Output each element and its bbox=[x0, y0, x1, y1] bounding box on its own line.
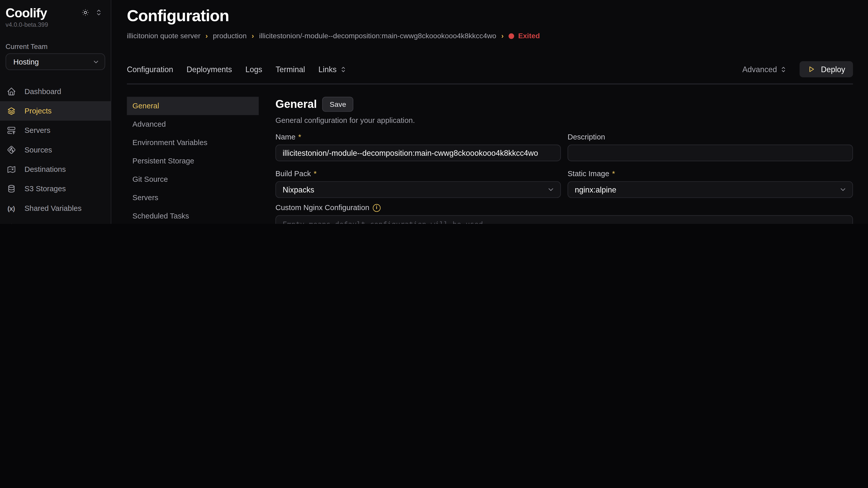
sidebar-item-label: Shared Variables bbox=[25, 204, 82, 213]
description-label: Description bbox=[567, 133, 853, 141]
chevron-right-icon: › bbox=[206, 32, 208, 40]
description-input[interactable] bbox=[567, 144, 853, 161]
chevron-up-down-icon bbox=[780, 65, 787, 73]
subnav-item-git-source[interactable]: Git Source bbox=[127, 170, 259, 188]
subnav-item-environment-variables[interactable]: Environment Variables bbox=[127, 133, 259, 152]
build-pack-value: Nixpacks bbox=[283, 185, 314, 194]
sidebar-item-notifications[interactable]: Notifications bbox=[0, 218, 111, 224]
sidebar-item-label: Destinations bbox=[25, 165, 66, 174]
breadcrumb-environment[interactable]: production bbox=[213, 32, 246, 40]
page-title: Configuration bbox=[127, 7, 853, 25]
tab-deployments[interactable]: Deployments bbox=[187, 65, 232, 74]
subnav-item-scheduled-tasks[interactable]: Scheduled Tasks bbox=[127, 207, 259, 224]
name-label: Name* bbox=[275, 133, 561, 141]
git-icon bbox=[6, 145, 16, 155]
server-icon bbox=[6, 125, 16, 135]
tabs-right-controls: Advanced Deploy bbox=[742, 61, 853, 77]
config-subnav: General Advanced Environment Variables P… bbox=[127, 97, 259, 224]
sidebar-item-dashboard[interactable]: Dashboard bbox=[0, 82, 111, 101]
home-icon bbox=[6, 87, 16, 96]
sidebar-nav: Dashboard Projects Servers Sources Desti… bbox=[0, 82, 111, 224]
status-badge: Exited bbox=[509, 32, 540, 40]
sidebar-item-label: Sources bbox=[25, 145, 52, 154]
brand-icons bbox=[81, 8, 103, 19]
subnav-item-general[interactable]: General bbox=[127, 97, 259, 115]
sidebar-item-label: Notifications bbox=[25, 224, 65, 224]
sidebar-item-label: Servers bbox=[25, 126, 50, 135]
sidebar-item-destinations[interactable]: Destinations bbox=[0, 160, 111, 179]
bell-icon bbox=[6, 223, 16, 224]
subnav-item-persistent-storage[interactable]: Persistent Storage bbox=[127, 152, 259, 170]
tab-terminal[interactable]: Terminal bbox=[276, 65, 305, 74]
database-icon bbox=[6, 184, 16, 194]
save-button[interactable]: Save bbox=[322, 97, 353, 112]
tabs-divider bbox=[127, 84, 853, 85]
chevron-down-icon bbox=[547, 186, 555, 194]
custom-nginx-label: Custom Nginx Configuration i bbox=[275, 203, 853, 212]
chevron-down-icon bbox=[839, 186, 847, 194]
sidebar-item-label: S3 Storages bbox=[25, 185, 66, 193]
tab-links-label: Links bbox=[318, 65, 337, 74]
sidebar-item-label: Projects bbox=[25, 107, 52, 115]
breadcrumb: illicitonion quote server › production ›… bbox=[127, 32, 853, 40]
tabs-row: Configuration Deployments Logs Terminal … bbox=[127, 61, 853, 77]
required-asterisk: * bbox=[612, 169, 615, 178]
chevron-up-down-icon bbox=[339, 65, 347, 73]
tab-configuration[interactable]: Configuration bbox=[127, 65, 173, 74]
map-icon bbox=[6, 164, 16, 174]
required-asterisk: * bbox=[314, 169, 317, 178]
tab-logs[interactable]: Logs bbox=[245, 65, 262, 74]
deploy-button[interactable]: Deploy bbox=[800, 61, 853, 77]
subnav-item-advanced[interactable]: Advanced bbox=[127, 115, 259, 133]
coolify-app: Coolify v4.0.0-beta.399 Current Team Hos… bbox=[0, 0, 868, 224]
general-form: General Save General configuration for y… bbox=[275, 97, 853, 224]
app-logo[interactable]: Coolify bbox=[6, 6, 47, 21]
chevron-down-icon bbox=[92, 58, 99, 65]
chevron-right-icon: › bbox=[501, 32, 504, 40]
custom-nginx-textarea[interactable] bbox=[275, 215, 853, 224]
variables-icon: (x) bbox=[6, 203, 16, 213]
current-team-label: Current Team bbox=[6, 43, 105, 51]
build-pack-label: Build Pack* bbox=[275, 169, 561, 178]
build-pack-select[interactable]: Nixpacks bbox=[275, 181, 561, 198]
sidebar-item-sources[interactable]: Sources bbox=[0, 140, 111, 160]
team-select-value: Hosting bbox=[13, 58, 39, 66]
main-content: Configuration illicitonion quote server … bbox=[111, 0, 868, 224]
status-dot-icon bbox=[509, 33, 515, 39]
advanced-menu-label: Advanced bbox=[742, 65, 777, 74]
breadcrumb-application[interactable]: illicitestonion/-module--decomposition:m… bbox=[259, 32, 496, 40]
team-select[interactable]: Hosting bbox=[6, 53, 105, 70]
advanced-menu[interactable]: Advanced bbox=[742, 65, 787, 74]
required-asterisk: * bbox=[298, 133, 301, 141]
chevron-right-icon: › bbox=[252, 32, 254, 40]
static-image-select[interactable]: nginx:alpine bbox=[567, 181, 853, 198]
sidebar-item-shared-variables[interactable]: (x) Shared Variables bbox=[0, 199, 111, 218]
static-image-value: nginx:alpine bbox=[575, 185, 616, 194]
sidebar-item-s3-storages[interactable]: S3 Storages bbox=[0, 179, 111, 198]
breadcrumb-project[interactable]: illicitonion quote server bbox=[127, 32, 200, 40]
layers-icon bbox=[6, 106, 16, 116]
section-subtitle: General configuration for your applicati… bbox=[275, 116, 853, 125]
deploy-button-label: Deploy bbox=[821, 65, 845, 74]
app-version: v4.0.0-beta.399 bbox=[0, 21, 111, 28]
sidebar: Coolify v4.0.0-beta.399 Current Team Hos… bbox=[0, 0, 111, 224]
sidebar-item-servers[interactable]: Servers bbox=[0, 121, 111, 140]
sidebar-item-projects[interactable]: Projects bbox=[0, 101, 111, 121]
section-title: General bbox=[275, 98, 317, 111]
info-icon[interactable]: i bbox=[373, 204, 381, 212]
brand-row: Coolify bbox=[0, 6, 111, 21]
tab-links[interactable]: Links bbox=[318, 65, 347, 74]
status-label: Exited bbox=[518, 32, 540, 40]
name-input[interactable] bbox=[275, 144, 561, 161]
sidebar-collapse-icon[interactable] bbox=[95, 8, 103, 19]
sidebar-item-label: Dashboard bbox=[25, 87, 61, 96]
theme-toggle-sun-icon[interactable] bbox=[81, 8, 90, 19]
static-image-label: Static Image* bbox=[567, 169, 853, 178]
play-icon bbox=[808, 65, 816, 73]
subnav-item-servers[interactable]: Servers bbox=[127, 188, 259, 207]
